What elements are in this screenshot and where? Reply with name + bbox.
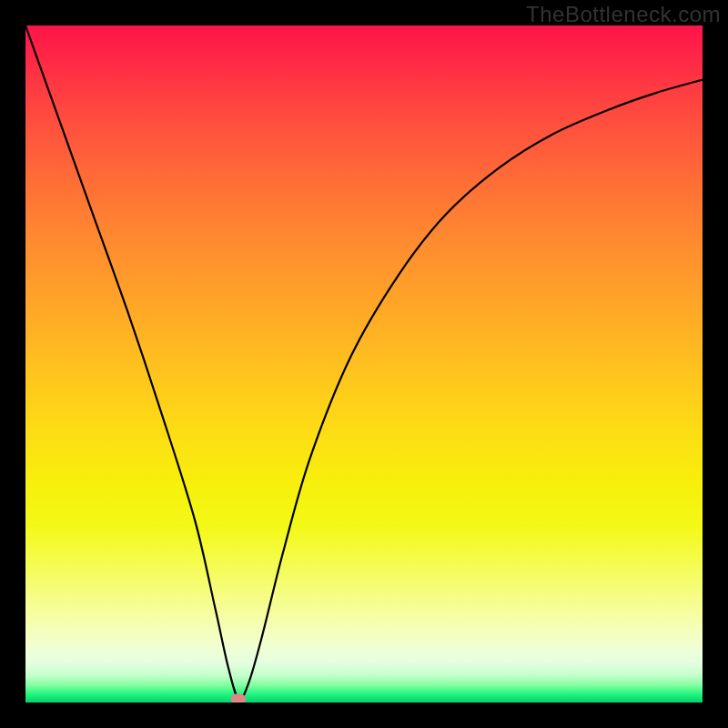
y-axis [24, 25, 25, 703]
chart-plot-area [25, 25, 703, 703]
bottleneck-curve [25, 25, 703, 703]
x-axis [25, 703, 703, 704]
watermark-text: TheBottleneck.com [526, 2, 721, 27]
